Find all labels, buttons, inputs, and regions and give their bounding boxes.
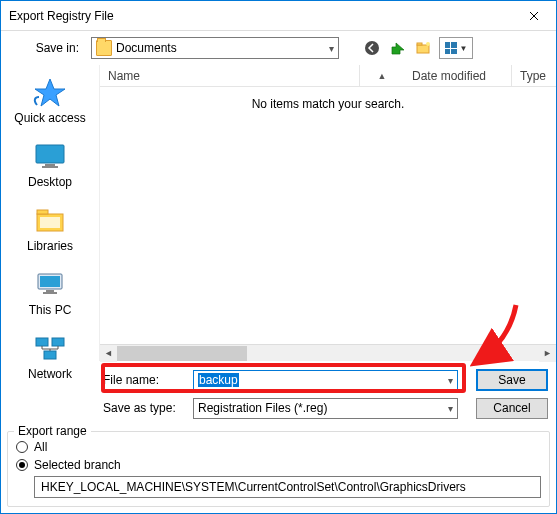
scroll-thumb[interactable]: [117, 346, 247, 361]
export-registry-dialog: Export Registry File Save in: Documents …: [0, 0, 557, 514]
save-as-type-dropdown[interactable]: Registration Files (*.reg) ▾: [193, 398, 458, 419]
save-in-row: Save in: Documents ▾ ▼: [1, 31, 556, 65]
svg-rect-12: [40, 276, 60, 287]
places-bar: Quick access Desktop Libraries This PC: [1, 65, 99, 361]
radio-icon: [16, 441, 28, 453]
place-quick-access[interactable]: Quick access: [8, 71, 92, 135]
radio-all[interactable]: All: [16, 440, 541, 454]
svg-rect-1: [417, 45, 429, 53]
svg-point-0: [365, 41, 379, 55]
chevron-down-icon: ▾: [329, 43, 334, 54]
nav-back-button[interactable]: [361, 37, 383, 59]
file-name-label: File name:: [99, 373, 187, 387]
place-desktop[interactable]: Desktop: [8, 135, 92, 199]
selected-branch-path[interactable]: HKEY_LOCAL_MACHINE\SYSTEM\CurrentControl…: [34, 476, 541, 498]
col-date[interactable]: Date modified: [412, 69, 486, 83]
file-list: Name ▲ Date modified Type No items match…: [99, 65, 556, 361]
svg-rect-5: [36, 145, 64, 163]
window-title: Export Registry File: [9, 9, 511, 23]
svg-rect-6: [45, 164, 55, 166]
nav-up-button[interactable]: [387, 37, 409, 59]
scroll-left-icon[interactable]: ◄: [100, 345, 117, 362]
save-in-label: Save in:: [9, 41, 85, 55]
file-list-body: No items match your search.: [100, 87, 556, 344]
cancel-button[interactable]: Cancel: [476, 398, 548, 419]
svg-marker-4: [35, 79, 65, 106]
radio-selected-branch[interactable]: Selected branch: [16, 458, 541, 472]
save-button[interactable]: Save: [476, 369, 548, 391]
view-menu-button[interactable]: ▼: [439, 37, 473, 59]
save-in-dropdown[interactable]: Documents ▾: [91, 37, 339, 59]
folder-icon: [96, 40, 112, 56]
save-in-value: Documents: [116, 41, 329, 55]
file-name-input[interactable]: backup ▾: [193, 370, 458, 391]
new-folder-button[interactable]: [413, 37, 435, 59]
svg-rect-15: [36, 338, 48, 346]
export-range-legend: Export range: [14, 424, 91, 438]
save-as-type-label: Save as type:: [99, 401, 187, 415]
place-this-pc[interactable]: This PC: [8, 263, 92, 327]
col-type[interactable]: Type: [520, 69, 546, 83]
svg-rect-7: [42, 166, 58, 168]
radio-icon: [16, 459, 28, 471]
svg-rect-9: [37, 210, 48, 214]
svg-point-3: [426, 42, 430, 46]
chevron-down-icon: ▾: [448, 375, 453, 386]
scroll-right-icon[interactable]: ►: [539, 345, 556, 362]
chevron-down-icon: ▾: [448, 403, 453, 414]
close-button[interactable]: [511, 1, 556, 30]
svg-rect-14: [43, 292, 57, 294]
sort-indicator-icon: ▲: [360, 65, 404, 86]
column-headers[interactable]: Name ▲ Date modified Type: [100, 65, 556, 87]
place-libraries[interactable]: Libraries: [8, 199, 92, 263]
col-name[interactable]: Name: [108, 69, 140, 83]
svg-rect-17: [44, 351, 56, 359]
svg-rect-2: [417, 43, 422, 45]
empty-message: No items match your search.: [252, 97, 405, 111]
svg-rect-16: [52, 338, 64, 346]
horizontal-scrollbar[interactable]: ◄ ►: [100, 344, 556, 361]
titlebar: Export Registry File: [1, 1, 556, 31]
svg-rect-13: [46, 290, 54, 292]
chevron-down-icon: ▼: [460, 44, 468, 53]
export-range-group: Export range All Selected branch HKEY_LO…: [7, 431, 550, 507]
grid-icon: [445, 42, 457, 54]
svg-rect-10: [40, 217, 60, 228]
